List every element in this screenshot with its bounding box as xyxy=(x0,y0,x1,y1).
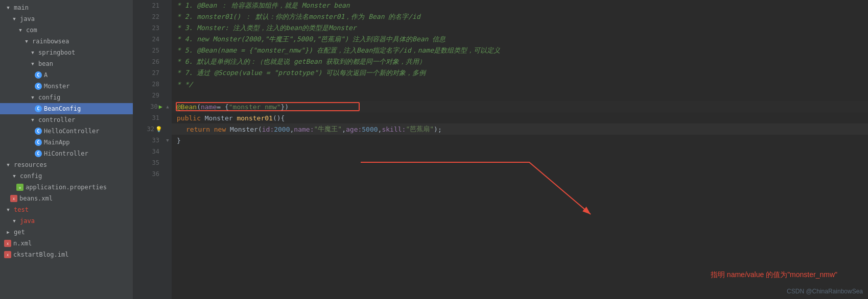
annotation-label: 指明 name/value 的值为"monster_nmw" xyxy=(711,270,837,280)
sidebar-item-MainApp[interactable]: C MainApp xyxy=(0,137,133,148)
sidebar-item-config2[interactable]: config xyxy=(0,170,133,182)
class-icon: C xyxy=(35,150,42,157)
sidebar-item-java[interactable]: java xyxy=(0,13,133,24)
code-line-24: * 4. new Monster(2000,"牛魔王",5000,"芭蕉扇") … xyxy=(172,34,868,45)
gutter-cell-34 xyxy=(163,146,172,157)
gutter-cell-29 xyxy=(163,90,172,101)
class-icon: C xyxy=(35,128,42,135)
sidebar-item-label: application.properties xyxy=(26,184,107,191)
sidebar-item-n-xml[interactable]: X n.xml xyxy=(0,238,133,249)
line-number-35: 35 xyxy=(133,157,163,168)
code-line-22: * 2. monster01() ： 默认：你的方法名monster01，作为 … xyxy=(172,11,868,22)
sidebar-item-HelloController[interactable]: C HelloController xyxy=(0,126,133,137)
gutter-cell-31 xyxy=(163,112,172,123)
line-number-34: 34 xyxy=(133,146,163,157)
sidebar-item-rainbowsea[interactable]: rainbowsea xyxy=(0,36,133,47)
gutter-cell-21 xyxy=(163,0,172,11)
sidebar-item-test[interactable]: test xyxy=(0,204,133,215)
line-number-33: 33 xyxy=(133,135,163,146)
xml-icon: X xyxy=(4,240,11,247)
sidebar-item-Monster[interactable]: C Monster xyxy=(0,81,133,92)
sidebar-item-bean[interactable]: bean xyxy=(0,58,133,69)
file-tree: main java com rainbowsea springboot bean… xyxy=(0,0,133,299)
sidebar-item-ckstartblog[interactable]: X ckstartBlog.iml xyxy=(0,249,133,260)
sidebar-item-main[interactable]: main xyxy=(0,2,133,13)
sidebar-item-resources[interactable]: resources xyxy=(0,159,133,170)
class-icon: C xyxy=(35,105,42,112)
sidebar-item-com[interactable]: com xyxy=(0,24,133,36)
sidebar-item-controller[interactable]: controller xyxy=(0,114,133,126)
folder-open-icon xyxy=(10,172,18,180)
code-line-32: return new Monster( id: 2000, name: "牛魔王… xyxy=(172,123,868,135)
sidebar-item-label: ckstartBlog.iml xyxy=(13,251,68,258)
folder-open-icon xyxy=(4,4,12,12)
gutter-cell-26 xyxy=(163,56,172,67)
code-lines: * 1. @Bean ： 给容器添加组件，就是 Monster bean * 2… xyxy=(172,0,868,299)
sidebar-item-label: com xyxy=(26,27,37,34)
sidebar-item-A[interactable]: C A xyxy=(0,69,133,81)
sidebar-item-label: HelloController xyxy=(44,128,99,135)
line-number-26: 26 xyxy=(133,56,163,67)
line-number-21: 21 xyxy=(133,0,163,11)
folder-icon xyxy=(4,228,12,236)
line-number-24: 24 xyxy=(133,34,163,45)
sidebar-item-java2[interactable]: java xyxy=(0,215,133,227)
line-number-29: 29 xyxy=(133,90,163,101)
sidebar-item-HiController[interactable]: C HiController xyxy=(0,148,133,159)
editor-area: 21 22 23 24 25 26 27 28 29 30 ▶ 31 32 💡 … xyxy=(133,0,868,299)
class-icon: C xyxy=(35,83,42,90)
line-number-36: 36 xyxy=(133,168,163,180)
sidebar-item-label: config xyxy=(38,94,60,101)
sidebar-item-label: controller xyxy=(38,116,75,123)
sidebar-item-beans-xml[interactable]: X beans.xml xyxy=(0,193,133,204)
sidebar-item-label: main xyxy=(14,4,29,11)
class-icon: C xyxy=(35,139,42,146)
code-line-27: * 7. 通过 @Scope(value = "prototype") 可以每次… xyxy=(172,67,868,79)
sidebar-item-get[interactable]: get xyxy=(0,227,133,238)
sidebar-item-label: springboot xyxy=(38,49,75,56)
sidebar-item-label: resources xyxy=(14,161,47,168)
sidebar-item-label: beans.xml xyxy=(19,195,53,202)
folder-open-icon xyxy=(4,206,12,214)
sidebar-item-BeanConfig[interactable]: C BeanConfig xyxy=(0,103,133,114)
gutter-scroll-30: ▲ xyxy=(163,101,172,112)
gutter-cell-25 xyxy=(163,45,172,56)
sidebar-item-label: n.xml xyxy=(13,240,32,247)
sidebar-item-label: get xyxy=(14,229,25,236)
line-number-28: 28 xyxy=(133,79,163,90)
lightbulb-icon[interactable]: 💡 xyxy=(155,126,162,133)
code-line-33: } xyxy=(172,135,868,146)
code-line-36 xyxy=(172,168,868,180)
sidebar-item-config[interactable]: config xyxy=(0,92,133,103)
xml-icon: X xyxy=(4,251,11,258)
folder-open-icon xyxy=(4,161,12,169)
folder-open-icon xyxy=(29,48,37,57)
sidebar-item-application[interactable]: ⚙ application.properties xyxy=(0,182,133,193)
folder-open-icon xyxy=(10,217,18,225)
line-number-23: 23 xyxy=(133,22,163,34)
sidebar-item-label: bean xyxy=(38,60,53,67)
folder-open-icon xyxy=(29,60,37,68)
line-number-32: 32 💡 xyxy=(133,123,163,135)
line-number-31: 31 xyxy=(133,112,163,123)
code-line-31: public Monster monster01(){ xyxy=(172,112,868,123)
gutter-cell-24 xyxy=(163,34,172,45)
sidebar-item-label: rainbowsea xyxy=(32,38,69,45)
sidebar-item-label: test xyxy=(14,206,29,213)
sidebar-item-springboot[interactable]: springboot xyxy=(0,47,133,58)
folder-open-icon xyxy=(29,116,37,124)
class-icon: C xyxy=(35,71,42,79)
line-number-25: 25 xyxy=(133,45,163,56)
code-line-30: @Bean(name = {"monster_nmw"}) xyxy=(172,101,868,112)
code-line-21: * 1. @Bean ： 给容器添加组件，就是 Monster bean xyxy=(172,0,868,11)
xml-icon: X xyxy=(10,195,17,202)
gutter-cell-35 xyxy=(163,157,172,168)
line-number-30: 30 ▶ xyxy=(133,101,163,112)
folder-open-icon xyxy=(10,15,18,23)
sidebar-item-label: A xyxy=(44,71,48,79)
gutter-scroll-33: ▼ xyxy=(163,135,172,146)
sidebar-item-label: config xyxy=(20,172,42,180)
sidebar-item-label: java xyxy=(20,15,35,22)
code-container: 21 22 23 24 25 26 27 28 29 30 ▶ 31 32 💡 … xyxy=(133,0,868,299)
watermark: CSDN @ChinaRainbowSea xyxy=(787,288,863,295)
